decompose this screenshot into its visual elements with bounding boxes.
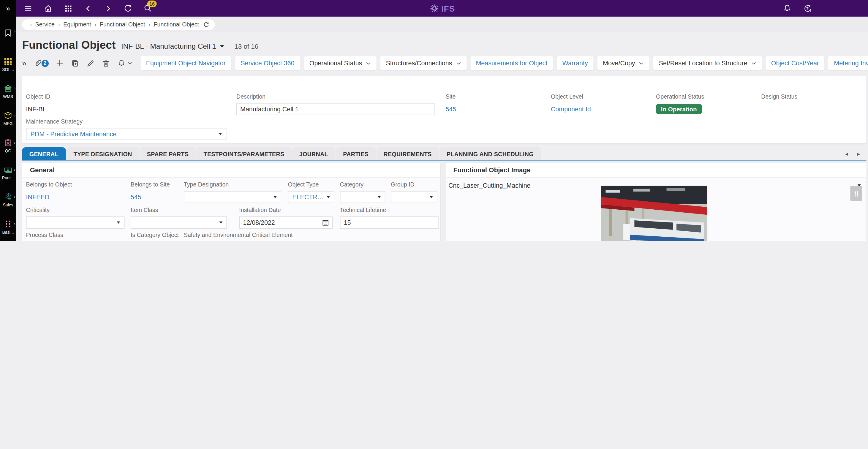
- sidebar-item-mfg[interactable]: › MFG: [0, 105, 16, 132]
- tab-requirements[interactable]: REQUIREMENTS: [376, 147, 439, 160]
- record-selector[interactable]: INF-BL - Manufacturing Cell 1: [121, 42, 224, 51]
- delete-trash-icon[interactable]: [102, 59, 110, 67]
- sidebar-item-solution[interactable]: SOL...: [0, 51, 16, 78]
- item-class-select[interactable]: [131, 217, 227, 229]
- breadcrumb-item-functional-object-current[interactable]: Functional Object: [154, 21, 199, 28]
- tab-bar: GENERAL TYPE DESIGNATION SPARE PARTS TES…: [22, 147, 867, 161]
- tab-testpoints-parameters[interactable]: TESTPOINTS/PARAMETERS: [196, 147, 291, 160]
- notifications-bell-icon[interactable]: [117, 59, 132, 67]
- sidebar-item-label: Purc...: [2, 175, 14, 181]
- belongs-to-object-link[interactable]: INFEED: [26, 194, 50, 200]
- duplicate-icon[interactable]: [71, 59, 79, 67]
- field-label: Description: [237, 93, 434, 99]
- field-label: Belongs to Site: [131, 181, 170, 188]
- object-level-link[interactable]: Component Id: [551, 106, 591, 112]
- select-value: PDM - Predictive Maintenance: [31, 131, 117, 137]
- breadcrumb: › Service › Equipment › Functional Objec…: [22, 19, 215, 29]
- search-icon[interactable]: 16: [138, 0, 158, 17]
- metering-invoicing-button[interactable]: Metering Invoicing: [829, 56, 868, 70]
- warranty-button[interactable]: Warranty: [557, 56, 593, 70]
- service-object-360-button[interactable]: Service Object 360: [235, 56, 300, 70]
- tab-parties[interactable]: PARTIES: [336, 147, 376, 160]
- command-bar: » 2: [22, 56, 867, 70]
- field-label: Belongs to Object: [26, 181, 72, 188]
- breadcrumb-item-functional-object[interactable]: Functional Object: [100, 21, 145, 28]
- type-designation-select[interactable]: [184, 191, 281, 203]
- attachments-icon[interactable]: 2: [34, 59, 49, 67]
- criticality-select[interactable]: [26, 217, 125, 229]
- object-cost-year-button[interactable]: Object Cost/Year: [766, 56, 825, 70]
- chevron-right-icon: ›: [14, 222, 16, 227]
- app-launcher-icon[interactable]: [58, 0, 78, 17]
- sidebar-item-bookmarks[interactable]: ›: [0, 22, 16, 43]
- sidebar-item-label: QC: [5, 149, 11, 154]
- refresh-icon[interactable]: [118, 0, 138, 17]
- chevron-separator: ›: [94, 21, 96, 28]
- group-id-select[interactable]: [391, 191, 437, 203]
- measurements-for-object-button[interactable]: Measurements for Object: [470, 56, 553, 70]
- sidebar-item-label: Basi...: [2, 230, 14, 235]
- button-label: Service Object 360: [241, 60, 294, 66]
- belongs-to-site-link[interactable]: 545: [131, 194, 141, 200]
- image-section-title: Functional Object Image: [446, 163, 867, 178]
- design-status-value: [761, 103, 797, 115]
- category-select[interactable]: [340, 191, 385, 203]
- image-adjust-button[interactable]: [850, 186, 862, 201]
- general-section-card: General Belongs to Object INFEED Belongs…: [22, 163, 440, 241]
- ifs-logo: IFS: [429, 0, 455, 17]
- dropdown-arrow-icon: [219, 133, 222, 135]
- sidebar-item-basic-data[interactable]: › Basi...: [0, 214, 16, 241]
- set-reset-location-menu-button[interactable]: Set/Reset Location to Structure: [653, 56, 762, 70]
- select-value: ELECTRICAL -...: [292, 194, 324, 200]
- record-header-card: Object ID INF-BL Description Site 545 Ob…: [22, 76, 867, 143]
- chevron-right-icon: ›: [14, 29, 16, 34]
- tab-scroll-left-icon[interactable]: ◄: [844, 152, 849, 157]
- field-label: Object ID: [26, 93, 51, 99]
- home-icon[interactable]: [38, 0, 58, 17]
- object-type-select[interactable]: ELECTRICAL -...: [288, 191, 334, 203]
- installation-date-input[interactable]: [243, 219, 322, 226]
- technical-lifetime-input[interactable]: [344, 219, 435, 226]
- button-label: Measurements for Object: [476, 60, 547, 66]
- installation-date-input-box: [239, 217, 333, 229]
- add-icon[interactable]: [56, 59, 64, 67]
- calendar-icon[interactable]: [322, 219, 329, 226]
- object-id-value: INF-BL: [26, 103, 51, 115]
- dots-grid-icon: [4, 220, 12, 228]
- button-label: Set/Reset Location to Structure: [659, 60, 747, 66]
- tab-planning-and-scheduling[interactable]: PLANNING AND SCHEDULING: [439, 147, 541, 160]
- sidebar-item-sales[interactable]: › Sales: [0, 187, 16, 214]
- record-selector-label: INF-BL - Manufacturing Cell 1: [121, 42, 216, 51]
- tab-journal[interactable]: JOURNAL: [292, 147, 335, 160]
- sidebar-item-wms[interactable]: › WMS: [0, 78, 16, 105]
- move-copy-menu-button[interactable]: Move/Copy: [597, 56, 649, 70]
- record-count: 13 of 16: [234, 43, 258, 51]
- expand-commands-icon[interactable]: »: [22, 59, 27, 68]
- image-name: Cnc_Laser_Cutting_Machine: [448, 182, 530, 189]
- sidebar-expand-button[interactable]: »: [0, 0, 16, 17]
- breadcrumb-bar: › Service › Equipment › Functional Objec…: [16, 17, 868, 32]
- operational-status-menu-button[interactable]: Operational Status: [304, 56, 376, 70]
- help-icon[interactable]: ?: [797, 0, 817, 17]
- tab-spare-parts[interactable]: SPARE PARTS: [140, 147, 196, 160]
- sidebar-item-qc[interactable]: › QC: [0, 132, 16, 159]
- tab-scroll-right-icon[interactable]: ►: [857, 152, 861, 157]
- forward-icon[interactable]: [98, 0, 118, 17]
- notifications-bell-icon[interactable]: [777, 0, 797, 17]
- back-icon[interactable]: [78, 0, 98, 17]
- description-input[interactable]: [240, 106, 431, 112]
- breadcrumb-item-equipment[interactable]: Equipment: [63, 21, 91, 28]
- equipment-object-navigator-button[interactable]: Equipment Object Navigator: [141, 56, 231, 70]
- sidebar-item-purchasing[interactable]: › Purc...: [0, 159, 16, 187]
- breadcrumb-refresh-icon[interactable]: [204, 21, 210, 28]
- site-link[interactable]: 545: [446, 106, 457, 112]
- edit-pencil-icon[interactable]: [86, 59, 94, 67]
- maintenance-strategy-select[interactable]: PDM - Predictive Maintenance: [26, 128, 226, 140]
- breadcrumb-item-service[interactable]: Service: [35, 21, 55, 28]
- menu-icon[interactable]: [19, 0, 38, 17]
- functional-object-image-card: Functional Object Image Cnc_Laser_Cuttin…: [446, 163, 867, 241]
- chevron-right-icon: ›: [14, 140, 16, 145]
- tab-general[interactable]: GENERAL: [22, 147, 66, 160]
- tab-type-designation[interactable]: TYPE DESIGNATION: [66, 147, 139, 160]
- structures-connections-menu-button[interactable]: Structures/Connections: [380, 56, 467, 70]
